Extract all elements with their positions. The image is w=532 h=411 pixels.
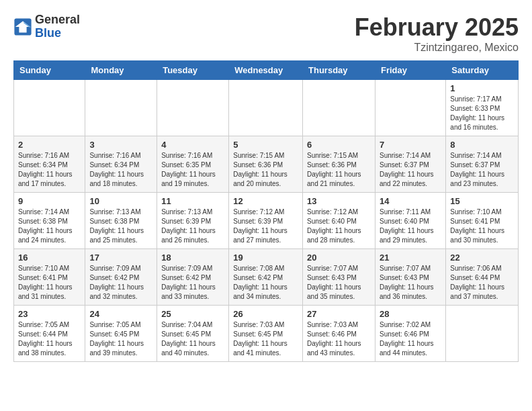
day-cell-12: 12Sunrise: 7:12 AM Sunset: 6:39 PM Dayli… (229, 193, 303, 249)
empty-cell (446, 306, 519, 362)
day-number: 27 (307, 309, 371, 319)
day-cell-28: 28Sunrise: 7:02 AM Sunset: 6:46 PM Dayli… (375, 306, 445, 362)
day-cell-23: 23Sunrise: 7:05 AM Sunset: 6:44 PM Dayli… (14, 306, 85, 362)
empty-cell (303, 80, 375, 136)
day-info: Sunrise: 7:07 AM Sunset: 6:43 PM Dayligh… (307, 264, 371, 302)
day-cell-22: 22Sunrise: 7:06 AM Sunset: 6:44 PM Dayli… (446, 249, 519, 306)
week-row-5: 23Sunrise: 7:05 AM Sunset: 6:44 PM Dayli… (14, 306, 519, 362)
day-info: Sunrise: 7:14 AM Sunset: 6:38 PM Dayligh… (18, 208, 81, 245)
day-cell-19: 19Sunrise: 7:08 AM Sunset: 6:42 PM Dayli… (229, 249, 303, 306)
day-cell-26: 26Sunrise: 7:03 AM Sunset: 6:45 PM Dayli… (229, 306, 303, 362)
day-cell-21: 21Sunrise: 7:07 AM Sunset: 6:43 PM Dayli… (375, 249, 445, 306)
day-cell-11: 11Sunrise: 7:13 AM Sunset: 6:39 PM Dayli… (157, 193, 229, 249)
day-info: Sunrise: 7:13 AM Sunset: 6:38 PM Dayligh… (89, 208, 152, 245)
day-cell-4: 4Sunrise: 7:16 AM Sunset: 6:35 PM Daylig… (157, 136, 229, 193)
day-number: 12 (233, 196, 298, 206)
day-number: 19 (233, 253, 298, 263)
day-cell-1: 1Sunrise: 7:17 AM Sunset: 6:33 PM Daylig… (446, 80, 519, 136)
logo: General Blue (13, 13, 80, 40)
day-info: Sunrise: 7:10 AM Sunset: 6:41 PM Dayligh… (450, 208, 514, 245)
day-number: 21 (380, 253, 441, 263)
day-cell-5: 5Sunrise: 7:15 AM Sunset: 6:36 PM Daylig… (229, 136, 303, 193)
day-info: Sunrise: 7:16 AM Sunset: 6:34 PM Dayligh… (18, 151, 81, 189)
day-number: 16 (18, 253, 81, 263)
day-cell-13: 13Sunrise: 7:12 AM Sunset: 6:40 PM Dayli… (303, 193, 375, 249)
empty-cell (14, 80, 85, 136)
day-info: Sunrise: 7:16 AM Sunset: 6:34 PM Dayligh… (89, 151, 152, 189)
day-number: 25 (161, 309, 224, 319)
weekday-header-friday: Friday (375, 61, 445, 80)
day-info: Sunrise: 7:09 AM Sunset: 6:42 PM Dayligh… (161, 264, 224, 302)
day-number: 17 (89, 253, 152, 263)
day-info: Sunrise: 7:12 AM Sunset: 6:39 PM Dayligh… (233, 208, 298, 245)
day-cell-20: 20Sunrise: 7:07 AM Sunset: 6:43 PM Dayli… (303, 249, 375, 306)
day-info: Sunrise: 7:02 AM Sunset: 6:46 PM Dayligh… (380, 320, 441, 358)
weekday-header-wednesday: Wednesday (229, 61, 303, 80)
day-info: Sunrise: 7:15 AM Sunset: 6:36 PM Dayligh… (233, 151, 298, 189)
day-cell-18: 18Sunrise: 7:09 AM Sunset: 6:42 PM Dayli… (157, 249, 229, 306)
day-number: 7 (380, 140, 441, 150)
day-number: 9 (18, 196, 81, 206)
calendar-table: SundayMondayTuesdayWednesdayThursdayFrid… (13, 60, 519, 362)
logo-text: General Blue (35, 13, 80, 40)
day-cell-25: 25Sunrise: 7:04 AM Sunset: 6:45 PM Dayli… (157, 306, 229, 362)
day-cell-27: 27Sunrise: 7:03 AM Sunset: 6:46 PM Dayli… (303, 306, 375, 362)
empty-cell (375, 80, 445, 136)
day-cell-3: 3Sunrise: 7:16 AM Sunset: 6:34 PM Daylig… (85, 136, 157, 193)
week-row-4: 16Sunrise: 7:10 AM Sunset: 6:41 PM Dayli… (14, 249, 519, 306)
day-cell-15: 15Sunrise: 7:10 AM Sunset: 6:41 PM Dayli… (446, 193, 519, 249)
weekday-header-thursday: Thursday (303, 61, 375, 80)
empty-cell (85, 80, 157, 136)
day-number: 8 (450, 140, 514, 150)
logo-icon (13, 17, 32, 36)
day-cell-16: 16Sunrise: 7:10 AM Sunset: 6:41 PM Dayli… (14, 249, 85, 306)
day-number: 20 (307, 253, 371, 263)
day-cell-8: 8Sunrise: 7:14 AM Sunset: 6:37 PM Daylig… (446, 136, 519, 193)
day-info: Sunrise: 7:11 AM Sunset: 6:40 PM Dayligh… (380, 208, 441, 245)
day-number: 2 (18, 140, 81, 150)
day-number: 1 (450, 83, 514, 93)
day-info: Sunrise: 7:14 AM Sunset: 6:37 PM Dayligh… (450, 151, 514, 189)
day-number: 22 (450, 253, 514, 263)
day-number: 6 (307, 140, 371, 150)
day-info: Sunrise: 7:03 AM Sunset: 6:45 PM Dayligh… (233, 320, 298, 358)
day-info: Sunrise: 7:06 AM Sunset: 6:44 PM Dayligh… (450, 264, 514, 302)
day-number: 14 (380, 196, 441, 206)
day-info: Sunrise: 7:07 AM Sunset: 6:43 PM Dayligh… (380, 264, 441, 302)
day-info: Sunrise: 7:10 AM Sunset: 6:41 PM Dayligh… (18, 264, 81, 302)
day-info: Sunrise: 7:15 AM Sunset: 6:36 PM Dayligh… (307, 151, 371, 189)
day-cell-2: 2Sunrise: 7:16 AM Sunset: 6:34 PM Daylig… (14, 136, 85, 193)
day-cell-17: 17Sunrise: 7:09 AM Sunset: 6:42 PM Dayli… (85, 249, 157, 306)
day-number: 10 (89, 196, 152, 206)
day-info: Sunrise: 7:12 AM Sunset: 6:40 PM Dayligh… (307, 208, 371, 245)
day-info: Sunrise: 7:14 AM Sunset: 6:37 PM Dayligh… (380, 151, 441, 189)
day-number: 3 (89, 140, 152, 150)
weekday-header-monday: Monday (85, 61, 157, 80)
week-row-3: 9Sunrise: 7:14 AM Sunset: 6:38 PM Daylig… (14, 193, 519, 249)
empty-cell (157, 80, 229, 136)
weekday-header-row: SundayMondayTuesdayWednesdayThursdayFrid… (14, 61, 519, 80)
day-info: Sunrise: 7:05 AM Sunset: 6:44 PM Dayligh… (18, 320, 81, 358)
empty-cell (229, 80, 303, 136)
day-info: Sunrise: 7:08 AM Sunset: 6:42 PM Dayligh… (233, 264, 298, 302)
day-cell-24: 24Sunrise: 7:05 AM Sunset: 6:45 PM Dayli… (85, 306, 157, 362)
day-number: 28 (380, 309, 441, 319)
day-cell-10: 10Sunrise: 7:13 AM Sunset: 6:38 PM Dayli… (85, 193, 157, 249)
day-info: Sunrise: 7:17 AM Sunset: 6:33 PM Dayligh… (450, 95, 514, 132)
week-row-1: 1Sunrise: 7:17 AM Sunset: 6:33 PM Daylig… (14, 80, 519, 136)
day-cell-14: 14Sunrise: 7:11 AM Sunset: 6:40 PM Dayli… (375, 193, 445, 249)
weekday-header-tuesday: Tuesday (157, 61, 229, 80)
month-title: February 2025 (355, 13, 519, 42)
logo-general: General (35, 13, 80, 26)
day-info: Sunrise: 7:04 AM Sunset: 6:45 PM Dayligh… (161, 320, 224, 358)
title-block: February 2025 Tzintzingareo, Mexico (355, 13, 519, 54)
day-number: 23 (18, 309, 81, 319)
day-info: Sunrise: 7:09 AM Sunset: 6:42 PM Dayligh… (89, 264, 152, 302)
page-header: General Blue February 2025 Tzintzingareo… (13, 13, 519, 54)
day-cell-9: 9Sunrise: 7:14 AM Sunset: 6:38 PM Daylig… (14, 193, 85, 249)
logo-blue: Blue (35, 26, 61, 40)
day-info: Sunrise: 7:03 AM Sunset: 6:46 PM Dayligh… (307, 320, 371, 358)
day-cell-7: 7Sunrise: 7:14 AM Sunset: 6:37 PM Daylig… (375, 136, 445, 193)
day-number: 18 (161, 253, 224, 263)
day-number: 24 (89, 309, 152, 319)
